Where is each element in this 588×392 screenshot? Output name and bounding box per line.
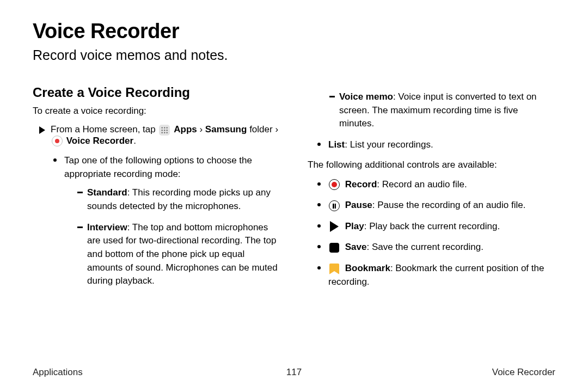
content-columns: Create a Voice Recording To create a voi… <box>33 85 555 296</box>
voice-recorder-icon <box>52 136 63 146</box>
control-bookmark: Bookmark: Bookmark the current position … <box>317 262 555 289</box>
mode-intro-item: Tap one of the following options to choo… <box>53 154 280 288</box>
mode-standard: Standard: This recording mode picks up a… <box>77 186 280 213</box>
mode-label: Standard <box>87 187 127 198</box>
section-heading: Create a Voice Recording <box>33 85 280 100</box>
step-prefix: From a Home screen, tap <box>51 124 156 134</box>
play-icon <box>328 220 340 232</box>
footer-right: Voice Recorder <box>492 367 555 378</box>
mode-sublist-continued: Voice memo: Voice input is converted to … <box>308 90 555 131</box>
control-record: Record: Record an audio file. <box>317 178 555 192</box>
apps-icon <box>159 125 170 136</box>
navigation-step: From a Home screen, tap Apps › Samsung f… <box>33 124 280 146</box>
control-desc: : Record an audio file. <box>377 179 467 189</box>
bookmark-icon <box>328 263 340 275</box>
samsung-folder-label: Samsung <box>205 124 247 134</box>
control-desc: : Pause the recording of an audio file. <box>372 200 526 210</box>
page-footer: Applications 117 Voice Recorder <box>33 367 555 378</box>
voice-recorder-label: Voice Recorder <box>66 136 133 146</box>
pause-icon <box>328 200 340 212</box>
page-title: Voice Recorder <box>33 20 555 43</box>
mode-sublist: Standard: This recording mode picks up a… <box>64 186 280 287</box>
list-bullet: List: List your recordings. <box>308 138 555 152</box>
control-desc: : Save the current recording. <box>366 242 483 252</box>
controls-intro: The following additional controls are av… <box>308 160 555 170</box>
save-icon <box>328 242 340 254</box>
folder-word: folder <box>249 124 273 134</box>
mode-label: Interview <box>87 222 127 232</box>
page-subtitle: Record voice memos and notes. <box>33 47 555 63</box>
mode-label: Voice memo <box>339 91 393 102</box>
control-label: Pause <box>345 200 372 210</box>
mode-interview: Interview: The top and bottom microphone… <box>77 221 280 288</box>
step-text: From a Home screen, tap Apps › Samsung f… <box>51 124 280 146</box>
breadcrumb-sep: › <box>275 124 278 134</box>
period: . <box>133 136 136 146</box>
control-save: Save: Save the current recording. <box>317 241 555 254</box>
list-item: List: List your recordings. <box>317 138 555 152</box>
right-column: Voice memo: Voice input is converted to … <box>308 85 555 296</box>
control-desc: : Play back the current recording. <box>364 221 500 231</box>
list-label: List <box>328 139 345 150</box>
control-label: Save <box>345 242 367 252</box>
breadcrumb-sep: › <box>199 124 203 134</box>
mode-intro-text: Tap one of the following options to choo… <box>64 155 252 179</box>
control-label: Bookmark <box>345 263 390 273</box>
page-number: 117 <box>286 367 302 378</box>
mode-list: Tap one of the following options to choo… <box>33 154 280 288</box>
footer-left: Applications <box>33 367 83 378</box>
record-icon <box>328 179 340 191</box>
play-triangle-icon <box>39 126 45 134</box>
controls-list: Record: Record an audio file. Pause: Pau… <box>308 178 555 289</box>
mode-voicememo: Voice memo: Voice input is converted to … <box>329 90 555 131</box>
control-label: Record <box>345 179 377 189</box>
list-desc: : List your recordings. <box>345 139 433 150</box>
control-label: Play <box>345 221 364 231</box>
intro-text: To create a voice recording: <box>33 106 280 117</box>
control-pause: Pause: Pause the recording of an audio f… <box>317 199 555 212</box>
left-column: Create a Voice Recording To create a voi… <box>33 85 280 296</box>
apps-label: Apps <box>174 124 197 134</box>
control-play: Play: Play back the current recording. <box>317 220 555 234</box>
